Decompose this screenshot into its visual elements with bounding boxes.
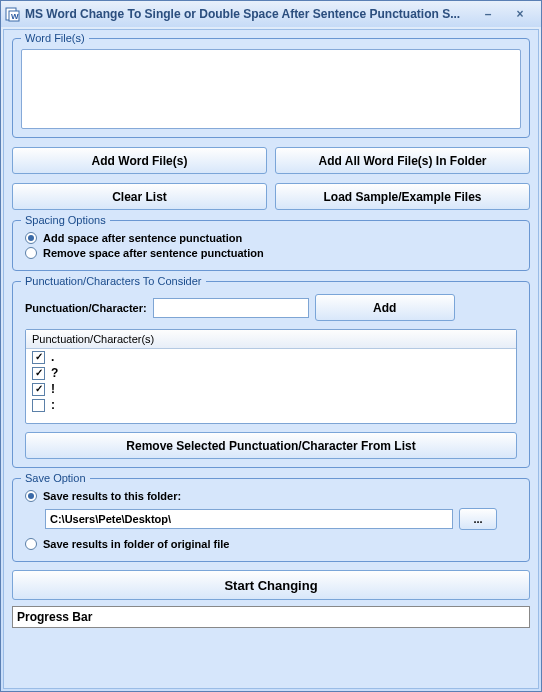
radio-remove-label: Remove space after sentence punctuation bbox=[43, 247, 264, 259]
checkbox-icon[interactable] bbox=[32, 399, 45, 412]
progress-label: Progress Bar bbox=[17, 610, 92, 624]
save-path-input[interactable] bbox=[45, 509, 453, 529]
titlebar: W MS Word Change To Single or Double Spa… bbox=[1, 1, 541, 27]
spacing-options-group: Spacing Options Add space after sentence… bbox=[12, 220, 530, 271]
spacing-options-legend: Spacing Options bbox=[21, 214, 110, 226]
radio-icon bbox=[25, 490, 37, 502]
client-area: Word File(s) Add Word File(s) Add All Wo… bbox=[3, 29, 539, 689]
checkbox-icon[interactable]: ✓ bbox=[32, 367, 45, 380]
punct-list-item[interactable]: ✓? bbox=[26, 365, 516, 381]
minimize-button[interactable]: – bbox=[475, 6, 501, 22]
browse-button[interactable]: ... bbox=[459, 508, 497, 530]
close-button[interactable]: × bbox=[507, 6, 533, 22]
add-word-files-button[interactable]: Add Word File(s) bbox=[12, 147, 267, 174]
window-controls: – × bbox=[475, 6, 537, 22]
checkbox-icon[interactable]: ✓ bbox=[32, 383, 45, 396]
punct-input[interactable] bbox=[153, 298, 309, 318]
add-folder-button[interactable]: Add All Word File(s) In Folder bbox=[275, 147, 530, 174]
app-icon: W bbox=[5, 6, 21, 22]
clear-list-button[interactable]: Clear List bbox=[12, 183, 267, 210]
save-path-row: ... bbox=[45, 508, 497, 530]
radio-icon bbox=[25, 232, 37, 244]
radio-add-space[interactable]: Add space after sentence punctuation bbox=[25, 232, 517, 244]
punct-list-item[interactable]: ✓. bbox=[26, 349, 516, 365]
radio-save-folder[interactable]: Save results to this folder: bbox=[25, 490, 517, 502]
punct-char-label: ! bbox=[51, 382, 55, 396]
punct-list-item[interactable]: ✓! bbox=[26, 381, 516, 397]
punct-char-label: . bbox=[51, 350, 54, 364]
checkbox-icon[interactable]: ✓ bbox=[32, 351, 45, 364]
file-buttons-row-2: Clear List Load Sample/Example Files bbox=[12, 183, 530, 210]
save-option-group: Save Option Save results to this folder:… bbox=[12, 478, 530, 562]
word-files-legend: Word File(s) bbox=[21, 32, 89, 44]
radio-add-label: Add space after sentence punctuation bbox=[43, 232, 242, 244]
radio-save-folder-label: Save results to this folder: bbox=[43, 490, 181, 502]
radio-save-original-label: Save results in folder of original file bbox=[43, 538, 229, 550]
punctuation-legend: Punctuation/Characters To Consider bbox=[21, 275, 206, 287]
window-title: MS Word Change To Single or Double Space… bbox=[25, 7, 471, 21]
punct-char-list[interactable]: Punctuation/Character(s) ✓.✓?✓!: bbox=[25, 329, 517, 424]
punct-input-label: Punctuation/Character: bbox=[25, 302, 147, 314]
radio-remove-space[interactable]: Remove space after sentence punctuation bbox=[25, 247, 517, 259]
add-punct-button[interactable]: Add bbox=[315, 294, 455, 321]
punctuation-group: Punctuation/Characters To Consider Punct… bbox=[12, 281, 530, 468]
file-buttons-row-1: Add Word File(s) Add All Word File(s) In… bbox=[12, 147, 530, 174]
punct-char-label: : bbox=[51, 398, 55, 412]
save-option-legend: Save Option bbox=[21, 472, 90, 484]
punct-list-item[interactable]: : bbox=[26, 397, 516, 413]
remove-punct-button[interactable]: Remove Selected Punctuation/Character Fr… bbox=[25, 432, 517, 459]
punct-char-label: ? bbox=[51, 366, 58, 380]
radio-icon bbox=[25, 538, 37, 550]
punct-list-header: Punctuation/Character(s) bbox=[26, 330, 516, 349]
radio-save-original[interactable]: Save results in folder of original file bbox=[25, 538, 517, 550]
word-files-group: Word File(s) bbox=[12, 38, 530, 138]
progress-bar: Progress Bar bbox=[12, 606, 530, 628]
radio-icon bbox=[25, 247, 37, 259]
app-window: W MS Word Change To Single or Double Spa… bbox=[0, 0, 542, 692]
word-files-list[interactable] bbox=[21, 49, 521, 129]
punct-input-row: Punctuation/Character: Add bbox=[25, 294, 517, 321]
load-sample-button[interactable]: Load Sample/Example Files bbox=[275, 183, 530, 210]
start-changing-button[interactable]: Start Changing bbox=[12, 570, 530, 600]
svg-text:W: W bbox=[11, 12, 19, 21]
